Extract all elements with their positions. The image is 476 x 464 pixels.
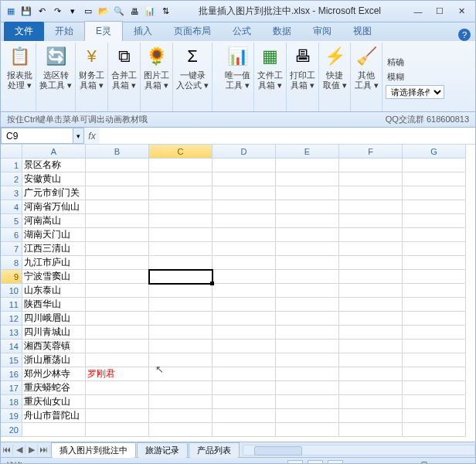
cell-G5[interactable] (403, 214, 466, 228)
cell-D13[interactable] (212, 326, 276, 339)
ribbon-group-7[interactable]: ▦文件工具箱 ▾ (254, 43, 287, 111)
cell-C7[interactable] (149, 242, 212, 256)
cell-C16[interactable] (149, 367, 212, 381)
cell-A17[interactable]: 重庆蟒蛇谷 (22, 381, 86, 395)
cell-A1[interactable]: 景区名称 (22, 159, 86, 172)
cell-G8[interactable] (403, 256, 466, 270)
cell-B8[interactable] (86, 256, 149, 270)
cell-A12[interactable]: 四川峨眉山 (22, 312, 86, 326)
close-button[interactable]: ✕ (450, 4, 472, 19)
cell-G19[interactable] (403, 409, 466, 423)
print-icon[interactable]: 🖶 (128, 5, 141, 19)
cell-F15[interactable] (339, 353, 403, 367)
cell-B5[interactable] (86, 214, 149, 228)
cell-D17[interactable] (212, 381, 276, 395)
row-header-13[interactable]: 13 (1, 326, 22, 339)
cell-A20[interactable] (22, 423, 86, 437)
cell-A9[interactable]: 宁波雪窦山 (22, 270, 86, 284)
cell-A4[interactable]: 河南省万仙山 (22, 200, 86, 214)
tab-view[interactable]: 视图 (342, 22, 382, 41)
cell-C3[interactable] (149, 186, 212, 200)
cell-D11[interactable] (212, 298, 276, 312)
column-header-F[interactable]: F (339, 145, 403, 159)
cell-E5[interactable] (276, 214, 339, 228)
cell-G15[interactable] (403, 353, 466, 367)
cell-C18[interactable] (149, 395, 212, 409)
cell-B13[interactable] (86, 326, 149, 339)
row-header-7[interactable]: 7 (1, 242, 22, 256)
cell-F1[interactable] (339, 159, 403, 172)
cell-F9[interactable] (339, 270, 403, 284)
cell-C9[interactable] (149, 270, 212, 284)
cell-F20[interactable] (339, 423, 403, 437)
condition-select[interactable]: 请选择条件 (386, 85, 444, 99)
cell-F11[interactable] (339, 298, 403, 312)
cell-B2[interactable] (86, 172, 149, 186)
cell-B14[interactable] (86, 339, 149, 353)
cell-F7[interactable] (339, 242, 403, 256)
cell-A14[interactable]: 湘西芙蓉镇 (22, 339, 86, 353)
cell-E10[interactable] (276, 284, 339, 298)
cell-C12[interactable] (149, 312, 212, 326)
fx-icon[interactable]: fx (84, 128, 100, 144)
cell-E4[interactable] (276, 200, 339, 214)
horizontal-scrollbar[interactable] (243, 445, 475, 455)
cell-G11[interactable] (403, 298, 466, 312)
cell-A2[interactable]: 安徽黄山 (22, 172, 86, 186)
cell-G20[interactable] (403, 423, 466, 437)
cell-A19[interactable]: 舟山市普陀山 (22, 409, 86, 423)
cell-G12[interactable] (403, 312, 466, 326)
ribbon-group-4[interactable]: 🌻图片工具箱 ▾ (141, 43, 173, 111)
cell-B3[interactable] (86, 186, 149, 200)
print-preview-icon[interactable]: 🔍 (112, 5, 126, 19)
cell-E3[interactable] (276, 186, 339, 200)
qat-more-icon[interactable]: ▾ (66, 5, 80, 19)
row-header-12[interactable]: 12 (1, 312, 22, 326)
cell-E6[interactable] (276, 228, 339, 242)
cell-A10[interactable]: 山东泰山 (22, 284, 86, 298)
cell-C6[interactable] (149, 228, 212, 242)
row-header-9[interactable]: 9 (1, 270, 22, 284)
view-pagebreak[interactable]: ▭ (328, 460, 343, 465)
cell-F18[interactable] (339, 395, 403, 409)
cell-G16[interactable] (403, 367, 466, 381)
sheet-nav-prev[interactable]: ◀ (13, 445, 26, 455)
zoom-out[interactable]: − (374, 462, 379, 465)
cell-D12[interactable] (212, 312, 276, 326)
cell-G17[interactable] (403, 381, 466, 395)
view-pagelayout[interactable]: ▤ (308, 460, 323, 465)
cell-E12[interactable] (276, 312, 339, 326)
cell-F13[interactable] (339, 326, 403, 339)
zoom-level[interactable]: 100% (348, 462, 369, 465)
cell-F4[interactable] (339, 200, 403, 214)
cell-E8[interactable] (276, 256, 339, 270)
cell-D14[interactable] (212, 339, 276, 353)
view-normal[interactable]: ▦ (287, 460, 303, 465)
cell-G9[interactable] (403, 270, 466, 284)
cell-C17[interactable] (149, 381, 212, 395)
zoom-in[interactable]: + (466, 462, 471, 465)
maximize-button[interactable]: ☐ (429, 4, 450, 19)
row-header-4[interactable]: 4 (1, 200, 22, 214)
cell-B7[interactable] (86, 242, 149, 256)
help-icon[interactable]: ? (458, 29, 471, 41)
cell-E2[interactable] (276, 172, 339, 186)
cell-D10[interactable] (212, 284, 276, 298)
cell-F2[interactable] (339, 172, 403, 186)
chart-icon[interactable]: 📊 (143, 5, 157, 19)
cell-E1[interactable] (276, 159, 339, 172)
ribbon-group-3[interactable]: ⧉合并工具箱 ▾ (108, 43, 141, 111)
sheet-tab-2[interactable]: 产品列表 (189, 442, 240, 458)
cell-A5[interactable]: 河南嵩山 (22, 214, 86, 228)
cell-E11[interactable] (276, 298, 339, 312)
sort-icon[interactable]: ⇅ (158, 5, 172, 19)
cell-G2[interactable] (403, 172, 466, 186)
tab-home[interactable]: 开始 (44, 22, 84, 41)
name-box[interactable]: C9 (1, 128, 73, 144)
cell-C8[interactable] (149, 256, 212, 270)
cell-F6[interactable] (339, 228, 403, 242)
sheet-tab-1[interactable]: 旅游记录 (137, 442, 188, 458)
column-header-B[interactable]: B (86, 145, 149, 159)
cell-B1[interactable] (86, 159, 149, 172)
ribbon-group-5[interactable]: Σ一键录入公式 ▾ (173, 43, 212, 111)
